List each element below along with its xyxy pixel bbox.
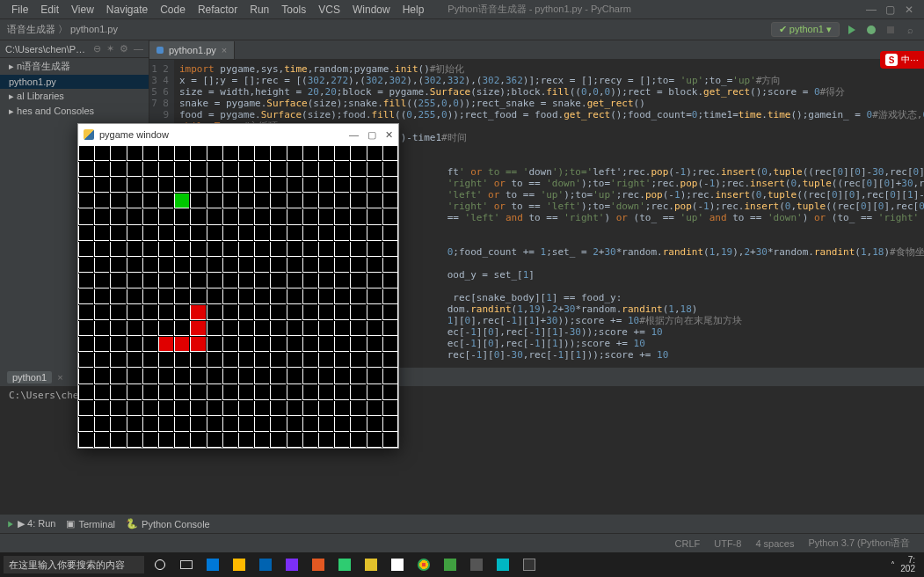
editor-tabs: python1.py ×: [149, 40, 924, 60]
tree-node-selected[interactable]: python1.py: [0, 75, 149, 89]
menu-refactor[interactable]: Refactor: [192, 4, 244, 16]
gear-icon[interactable]: ⚙: [120, 43, 128, 55]
project-path: C:\Users\chen\PycharmProjects\Py: [5, 44, 88, 55]
breadcrumb[interactable]: 语音生成器 〉 python1.py: [7, 23, 118, 36]
tree-node[interactable]: ▸ n语音生成器: [0, 58, 149, 75]
project-header: C:\Users\chen\PycharmProjects\Py ⊖ ✶ ⚙ —: [0, 40, 149, 58]
system-tray[interactable]: ˄ 7: 202: [891, 556, 920, 573]
main-menu-bar: File Edit View Navigate Code Refactor Ru…: [0, 0, 924, 19]
run-tab-label[interactable]: python1: [7, 371, 52, 383]
status-indent[interactable]: 4 spaces: [748, 538, 801, 549]
python-console-button[interactable]: 🐍 Python Console: [126, 518, 210, 530]
taskbar-app-icon[interactable]: [334, 556, 355, 573]
window-maximize-icon[interactable]: ▢: [885, 4, 894, 16]
taskbar-app-icon[interactable]: [255, 556, 276, 573]
menu-run[interactable]: Run: [244, 4, 275, 16]
status-interpreter[interactable]: Python 3.7 (Python语音: [801, 537, 917, 550]
tree-node[interactable]: ▸ hes and Consoles: [0, 104, 149, 119]
terminal-toolwindow-button[interactable]: ▣ Terminal: [66, 518, 115, 530]
pygame-title: pygame window: [99, 129, 169, 140]
tray-clock[interactable]: 7: 202: [900, 556, 915, 573]
taskbar-app-icon[interactable]: [308, 556, 329, 573]
tray-chevron-icon[interactable]: ˄: [891, 560, 895, 570]
window-minimize-icon[interactable]: —: [866, 4, 875, 16]
window-maximize-icon[interactable]: ▢: [367, 129, 376, 141]
python-file-icon: [156, 47, 164, 54]
close-icon[interactable]: ×: [222, 45, 227, 55]
close-icon[interactable]: ×: [57, 372, 62, 383]
taskbar-app-icon[interactable]: [466, 556, 487, 573]
taskbar-app-icon[interactable]: [440, 556, 461, 573]
menu-code[interactable]: Code: [154, 4, 192, 16]
task-view-icon[interactable]: [176, 556, 197, 573]
tree-node[interactable]: ▸ al Libraries: [0, 89, 149, 104]
project-settings-icon[interactable]: ✶: [106, 43, 114, 55]
menu-edit[interactable]: Edit: [34, 4, 65, 16]
menu-tools[interactable]: Tools: [275, 4, 312, 16]
menu-vcs[interactable]: VCS: [312, 4, 346, 16]
stop-icon[interactable]: [884, 23, 898, 37]
editor-tab[interactable]: python1.py ×: [149, 41, 235, 59]
status-encoding[interactable]: UTF-8: [707, 538, 748, 549]
windows-taskbar: 在这里输入你要搜索的内容 ˄ 7: 202: [0, 552, 924, 577]
pygame-titlebar[interactable]: pygame window — ▢ ✕: [78, 124, 398, 145]
taskbar-app-icon[interactable]: [519, 556, 540, 573]
taskbar-app-icon[interactable]: [202, 556, 223, 573]
menu-help[interactable]: Help: [397, 4, 431, 16]
bottom-tool-tabs: ▶ 4: Run ▣ Terminal 🐍 Python Console: [0, 514, 924, 533]
window-close-icon[interactable]: ✕: [385, 129, 393, 141]
debug-icon[interactable]: [864, 23, 878, 37]
menu-view[interactable]: View: [65, 4, 100, 16]
run-icon[interactable]: [845, 23, 859, 37]
run-toolwindow-button[interactable]: ▶ 4: Run: [7, 518, 55, 530]
screen-recorder-badge[interactable]: S中 ⋯: [880, 51, 924, 69]
taskbar-app-icon[interactable]: [387, 556, 408, 573]
collapse-icon[interactable]: ⊖: [93, 43, 101, 55]
status-bar: CRLF UTF-8 4 spaces Python 3.7 (Python语音: [0, 533, 924, 552]
pygame-window[interactable]: pygame window — ▢ ✕: [77, 123, 399, 449]
search-everywhere-icon[interactable]: ⌕: [903, 23, 917, 37]
window-title: Python语音生成器 - python1.py - PyCharm: [447, 3, 630, 16]
taskbar-app-icon[interactable]: [229, 556, 250, 573]
window-minimize-icon[interactable]: —: [349, 129, 359, 141]
menu-window[interactable]: Window: [346, 4, 397, 16]
hide-icon[interactable]: —: [134, 43, 143, 55]
cortana-icon[interactable]: [149, 556, 171, 573]
taskbar-search[interactable]: 在这里输入你要搜索的内容: [4, 556, 144, 573]
tab-label: python1.py: [169, 45, 216, 55]
taskbar-app-icon[interactable]: [492, 556, 513, 573]
navigation-bar: 语音生成器 〉 python1.py ✔ python1 ▾ ⌕: [0, 19, 924, 40]
taskbar-app-icon[interactable]: [360, 556, 382, 573]
taskbar-app-icon[interactable]: [281, 556, 302, 573]
pygame-icon: [84, 129, 94, 140]
run-config-selector[interactable]: ✔ python1 ▾: [771, 22, 840, 37]
pygame-canvas: [78, 145, 398, 448]
status-line-sep: CRLF: [668, 538, 708, 549]
menu-navigate[interactable]: Navigate: [100, 4, 154, 16]
taskbar-app-icon[interactable]: [413, 556, 434, 573]
window-close-icon[interactable]: ✕: [905, 4, 913, 16]
menu-file[interactable]: File: [5, 4, 34, 16]
